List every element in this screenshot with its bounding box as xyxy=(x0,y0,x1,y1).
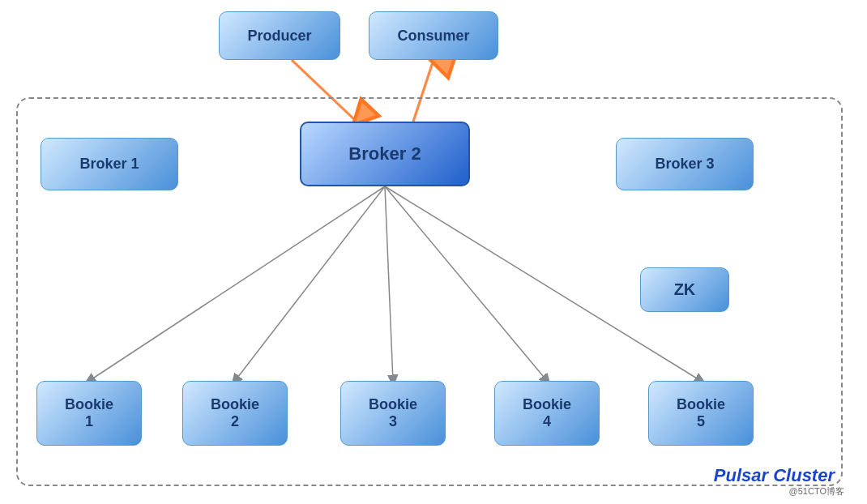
watermark: @51CTO博客 xyxy=(789,485,844,498)
broker1-node: Broker 1 xyxy=(41,138,178,190)
bookie2-node: Bookie2 xyxy=(182,381,288,446)
bookie1-label: Bookie1 xyxy=(65,396,113,430)
zk-label: ZK xyxy=(674,280,696,299)
broker2-label: Broker 2 xyxy=(348,143,421,164)
broker3-label: Broker 3 xyxy=(655,156,714,173)
broker1-label: Broker 1 xyxy=(79,156,139,173)
bookie5-label: Bookie5 xyxy=(677,396,725,430)
bookie4-label: Bookie4 xyxy=(523,396,571,430)
bookie3-node: Bookie3 xyxy=(340,381,446,446)
diagram-container: Producer Consumer Broker 1 Broker 2 Brok… xyxy=(0,0,867,504)
broker3-node: Broker 3 xyxy=(616,138,754,190)
broker2-node: Broker 2 xyxy=(300,122,470,186)
cluster-label: Pulsar Cluster xyxy=(714,465,835,486)
bookie1-node: Bookie1 xyxy=(36,381,142,446)
bookie2-label: Bookie2 xyxy=(211,396,259,430)
producer-node: Producer xyxy=(219,11,340,60)
consumer-label: Consumer xyxy=(397,28,469,45)
zk-node: ZK xyxy=(640,267,729,312)
bookie3-label: Bookie3 xyxy=(369,396,417,430)
consumer-node: Consumer xyxy=(369,11,498,60)
bookie4-node: Bookie4 xyxy=(494,381,600,446)
producer-label: Producer xyxy=(247,28,311,45)
bookie5-node: Bookie5 xyxy=(648,381,754,446)
